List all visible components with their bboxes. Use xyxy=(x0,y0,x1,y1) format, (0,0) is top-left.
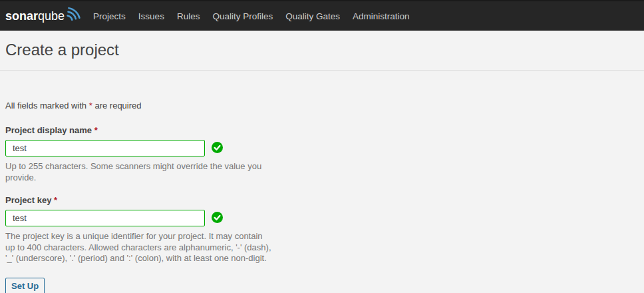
required-asterisk: * xyxy=(94,125,98,135)
required-note-prefix: All fields marked with xyxy=(5,101,86,111)
check-circle-icon xyxy=(212,142,223,155)
setup-button[interactable]: Set Up xyxy=(5,278,45,293)
project-display-name-help: Up to 255 characters. Some scanners migh… xyxy=(5,161,271,183)
required-asterisk: * xyxy=(54,195,57,205)
check-circle-icon xyxy=(212,212,223,225)
logo-text-qube: qube xyxy=(38,9,65,23)
sonarqube-swoosh-icon xyxy=(65,5,82,27)
project-display-name-input[interactable] xyxy=(5,140,205,156)
logo-text-sonar: sonar xyxy=(5,9,38,23)
top-navbar: sonarqube Projects Issues Rules Quality … xyxy=(0,0,644,31)
sonarqube-logo[interactable]: sonarqube xyxy=(5,5,82,27)
nav-item-administration[interactable]: Administration xyxy=(353,11,410,21)
required-asterisk: * xyxy=(89,101,92,111)
nav-item-issues[interactable]: Issues xyxy=(138,11,164,21)
main-navigation: Projects Issues Rules Quality Profiles Q… xyxy=(93,11,409,21)
project-key-help: The project key is a unique identifier f… xyxy=(5,231,271,264)
project-key-group: Project key * The project key is a uniqu… xyxy=(5,195,639,264)
project-key-label-text: Project key xyxy=(5,195,51,205)
project-display-name-label-text: Project display name xyxy=(5,125,92,135)
project-key-label: Project key * xyxy=(5,195,639,205)
required-fields-note: All fields marked with * are required xyxy=(5,101,639,111)
project-display-name-group: Project display name * Up to 255 charact… xyxy=(5,125,639,183)
page-header: Create a project xyxy=(0,31,644,71)
nav-item-projects[interactable]: Projects xyxy=(93,11,126,21)
page-title: Create a project xyxy=(5,41,639,59)
nav-item-rules[interactable]: Rules xyxy=(177,11,200,21)
required-note-suffix: are required xyxy=(94,101,141,111)
project-key-input[interactable] xyxy=(5,210,205,226)
nav-item-quality-profiles[interactable]: Quality Profiles xyxy=(212,11,273,21)
nav-item-quality-gates[interactable]: Quality Gates xyxy=(285,11,340,21)
project-display-name-label: Project display name * xyxy=(5,125,639,135)
create-project-form: All fields marked with * are required Pr… xyxy=(0,101,644,293)
